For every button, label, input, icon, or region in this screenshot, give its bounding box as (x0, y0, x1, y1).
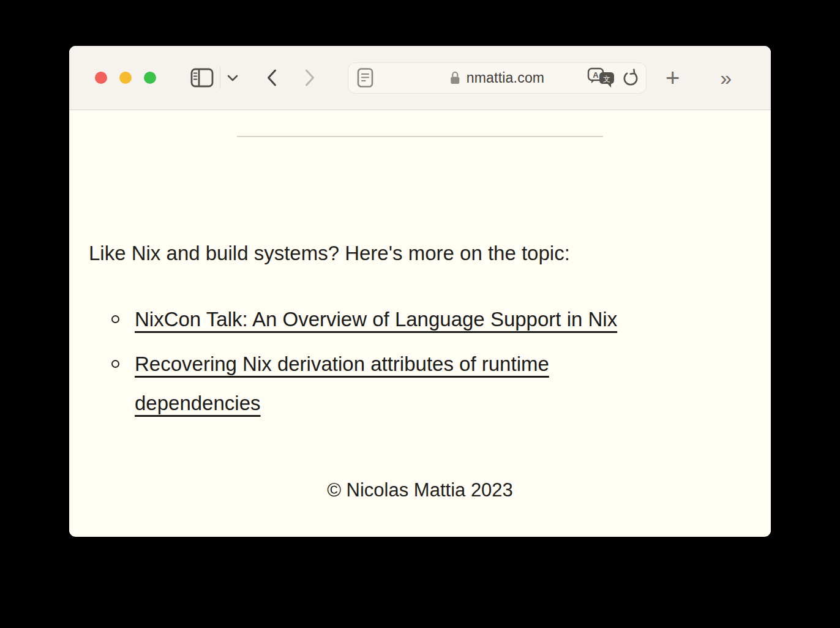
toolbar-separator (220, 67, 220, 89)
minimize-window-button[interactable] (119, 72, 132, 84)
double-chevron-right-icon: » (720, 69, 732, 87)
chevron-left-icon (266, 69, 278, 87)
zoom-window-button[interactable] (144, 72, 156, 84)
svg-text:A: A (593, 70, 599, 80)
back-button[interactable] (266, 69, 278, 87)
list-item: NixCon Talk: An Overview of Language Sup… (135, 300, 751, 339)
new-tab-button[interactable]: + (666, 69, 680, 87)
plus-icon: + (666, 69, 680, 87)
sidebar-icon (190, 68, 214, 88)
forward-button[interactable] (304, 69, 316, 87)
tab-group-dropdown-button[interactable] (227, 74, 239, 82)
circle-bullet-icon (111, 360, 119, 368)
list-item: Recovering Nix derivation attributes of … (135, 345, 661, 423)
chevron-down-icon (227, 74, 239, 82)
circle-bullet-icon (111, 315, 119, 323)
lock-icon (450, 70, 460, 85)
close-window-button[interactable] (95, 72, 107, 84)
svg-text:文: 文 (603, 75, 610, 83)
reload-button[interactable] (621, 69, 640, 87)
reload-icon (621, 69, 640, 87)
url-display: nmattia.com (450, 70, 544, 86)
related-links-list: NixCon Talk: An Overview of Language Sup… (89, 300, 751, 423)
address-bar[interactable]: nmattia.com A 文 (348, 62, 647, 94)
toolbar-overflow-button[interactable]: » (720, 69, 732, 87)
translate-button[interactable]: A 文 (587, 67, 615, 89)
page-content: Like Nix and build systems? Here's more … (69, 110, 771, 536)
reader-icon (357, 67, 373, 88)
chevron-right-icon (304, 69, 316, 87)
copyright-footer: © Nicolas Mattia 2023 (89, 478, 751, 503)
sidebar-toggle-button[interactable] (190, 68, 214, 88)
url-domain-text: nmattia.com (467, 70, 544, 86)
link-recovering-nix-derivation[interactable]: Recovering Nix derivation attributes of … (135, 353, 549, 414)
reader-mode-button[interactable] (357, 67, 373, 88)
browser-toolbar: nmattia.com A 文 (69, 46, 771, 110)
translate-icon: A 文 (587, 67, 615, 89)
browser-window: nmattia.com A 文 (69, 46, 771, 537)
link-nixcon-talk[interactable]: NixCon Talk: An Overview of Language Sup… (135, 308, 617, 331)
section-divider (237, 136, 603, 137)
intro-text: Like Nix and build systems? Here's more … (89, 240, 751, 266)
traffic-lights (95, 72, 156, 84)
